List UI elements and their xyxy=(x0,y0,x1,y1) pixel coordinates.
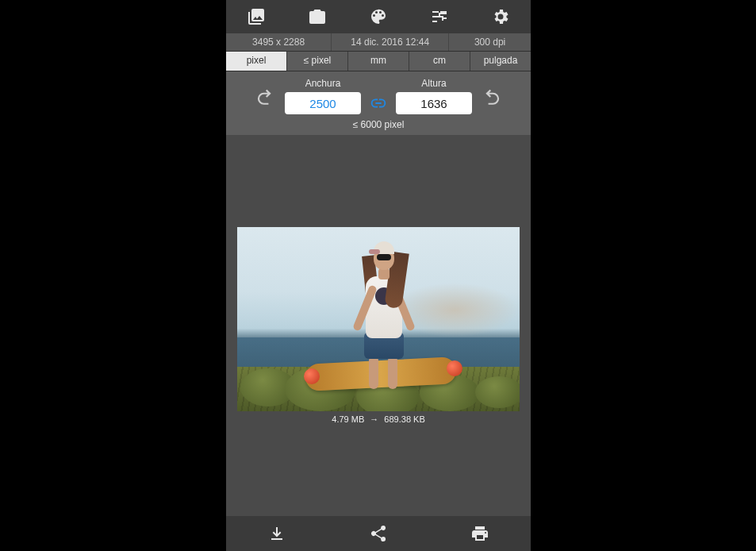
height-input[interactable] xyxy=(396,92,472,114)
tab-le-pixel[interactable]: ≤ pixel xyxy=(287,52,348,71)
filesize-resized: 689.38 KB xyxy=(384,414,424,424)
undo-button[interactable] xyxy=(250,82,278,110)
share-icon[interactable] xyxy=(355,518,402,549)
aspect-lock-button[interactable] xyxy=(367,92,390,114)
info-dpi: 300 dpi xyxy=(449,33,531,51)
dimension-panel: Anchura Altura ≤ 6000 pixel xyxy=(226,71,531,135)
tab-pulgada[interactable]: pulgada xyxy=(470,52,531,71)
arrow-right-icon: → xyxy=(370,414,378,424)
width-label: Anchura xyxy=(305,78,341,89)
redo-button[interactable] xyxy=(478,82,507,110)
camera-icon[interactable] xyxy=(301,1,333,33)
top-toolbar xyxy=(226,0,531,33)
download-icon[interactable] xyxy=(253,518,301,549)
image-preview[interactable] xyxy=(237,227,520,411)
app-screen: 3495 x 2288 14 dic. 2016 12:44 300 dpi p… xyxy=(226,0,531,551)
gear-icon[interactable] xyxy=(485,1,516,33)
tab-mm[interactable]: mm xyxy=(348,52,409,71)
image-info-strip: 3495 x 2288 14 dic. 2016 12:44 300 dpi xyxy=(226,33,531,51)
filesize-original: 4.79 MB xyxy=(332,414,364,424)
size-limit-text: ≤ 6000 pixel xyxy=(226,119,531,130)
info-resolution: 3495 x 2288 xyxy=(226,33,332,51)
tab-cm[interactable]: cm xyxy=(409,52,470,71)
height-column: Altura xyxy=(396,78,472,114)
bottom-toolbar xyxy=(226,516,531,551)
width-input[interactable] xyxy=(285,92,361,114)
tab-pixel[interactable]: pixel xyxy=(226,52,287,71)
width-column: Anchura xyxy=(285,78,361,114)
info-datetime: 14 dic. 2016 12:44 xyxy=(332,33,449,51)
height-label: Altura xyxy=(421,78,446,89)
gallery-icon[interactable] xyxy=(240,1,272,33)
palette-icon[interactable] xyxy=(363,1,394,33)
print-icon[interactable] xyxy=(456,518,504,549)
filesize-text: 4.79 MB → 689.38 KB xyxy=(332,414,424,424)
sliders-icon[interactable] xyxy=(424,1,455,33)
preview-area: 4.79 MB → 689.38 KB xyxy=(226,135,531,516)
unit-tabs: pixel ≤ pixel mm cm pulgada xyxy=(226,51,531,71)
